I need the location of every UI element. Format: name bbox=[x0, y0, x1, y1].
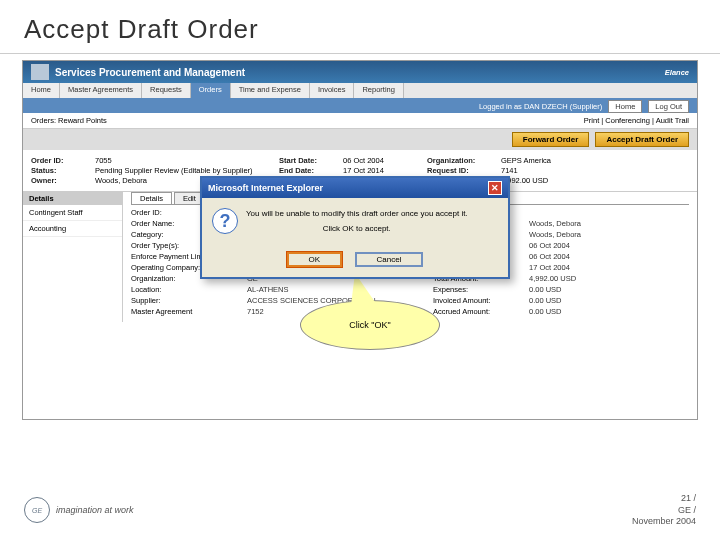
confirm-dialog: Microsoft Internet Explorer ✕ ? You will… bbox=[200, 176, 510, 279]
detail-value: 0.00 USD bbox=[529, 285, 629, 294]
footer-tagline: imagination at work bbox=[56, 505, 134, 515]
slide-title: Accept Draft Order bbox=[0, 0, 720, 54]
request-id-value: 7141 bbox=[501, 166, 581, 175]
detail-value: AL-ATHENS bbox=[247, 285, 427, 294]
order-id-label: Order ID: bbox=[31, 156, 91, 165]
app-logo-icon bbox=[31, 64, 49, 80]
tab-invoices[interactable]: Invoices bbox=[310, 83, 355, 98]
detail-value: 06 Oct 2004 bbox=[529, 252, 629, 261]
brand-label: Elance bbox=[665, 68, 689, 77]
dialog-title-text: Microsoft Internet Explorer bbox=[208, 183, 323, 193]
accept-draft-order-button[interactable]: Accept Draft Order bbox=[595, 132, 689, 147]
request-id-label: Request ID: bbox=[427, 166, 497, 175]
breadcrumb-path: Orders: Reward Points bbox=[31, 116, 107, 125]
organization-value: GEPS America bbox=[501, 156, 581, 165]
detail-label: Supplier: bbox=[131, 296, 241, 305]
tab-reporting[interactable]: Reporting bbox=[354, 83, 404, 98]
dialog-message-1: You will be unable to modify this draft … bbox=[246, 208, 468, 219]
breadcrumb: Orders: Reward Points Print | Conferenci… bbox=[23, 113, 697, 129]
detail-label: Expenses: bbox=[433, 285, 523, 294]
page-number: 21 / bbox=[632, 493, 696, 505]
tab-master-agreements[interactable]: Master Agreements bbox=[60, 83, 142, 98]
sidebar: Details Contingent Staff Accounting bbox=[23, 192, 123, 322]
end-date-label: End Date: bbox=[279, 166, 339, 175]
ge-logo-icon: GE bbox=[24, 497, 50, 523]
detail-value: Woods, Debora bbox=[529, 219, 629, 228]
login-bar: Logged in as DAN DZECH (Supplier) Home L… bbox=[23, 99, 697, 113]
start-date-label: Start Date: bbox=[279, 156, 339, 165]
tab-time-expense[interactable]: Time and Expense bbox=[231, 83, 310, 98]
detail-value: 17 Oct 2004 bbox=[529, 263, 629, 272]
forward-order-button[interactable]: Forward Order bbox=[512, 132, 590, 147]
panel-tab-details[interactable]: Details bbox=[131, 192, 172, 204]
dialog-message-2: Click OK to accept. bbox=[246, 223, 468, 234]
status-value: Pending Supplier Review (Editable by Sup… bbox=[95, 166, 275, 175]
page-actions-links[interactable]: Print | Conferencing | Audit Trail bbox=[584, 116, 689, 125]
slide-footer: GE imagination at work 21 / GE / Novembe… bbox=[24, 493, 696, 528]
start-date-value: 06 Oct 2004 bbox=[343, 156, 423, 165]
status-label: Status: bbox=[31, 166, 91, 175]
app-title: Services Procurement and Management bbox=[55, 67, 665, 78]
callout-text: Click "OK" bbox=[349, 320, 390, 330]
sidebar-item-contingent-staff[interactable]: Contingent Staff bbox=[23, 205, 122, 221]
sidebar-item-accounting[interactable]: Accounting bbox=[23, 221, 122, 237]
detail-value: 0.00 USD bbox=[529, 307, 629, 316]
tab-requests[interactable]: Requests bbox=[142, 83, 191, 98]
cancel-button[interactable]: Cancel bbox=[355, 252, 424, 267]
detail-value: 0.00 USD bbox=[529, 296, 629, 305]
organization-label: Organization: bbox=[427, 156, 497, 165]
app-header: Services Procurement and Management Elan… bbox=[23, 61, 697, 83]
detail-label: Accrued Amount: bbox=[433, 307, 523, 316]
question-icon: ? bbox=[212, 208, 238, 234]
detail-label: Master Agreement bbox=[131, 307, 241, 316]
dialog-titlebar[interactable]: Microsoft Internet Explorer ✕ bbox=[202, 178, 508, 198]
tab-orders[interactable]: Orders bbox=[191, 83, 231, 98]
owner-label: Owner: bbox=[31, 176, 91, 185]
tab-home[interactable]: Home bbox=[23, 83, 60, 98]
total-amount-value: 4,992.00 USD bbox=[501, 176, 581, 185]
nav-tabs: Home Master Agreements Requests Orders T… bbox=[23, 83, 697, 99]
detail-label: Location: bbox=[131, 285, 241, 294]
detail-value: 06 Oct 2004 bbox=[529, 241, 629, 250]
action-bar: Forward Order Accept Draft Order bbox=[23, 129, 697, 150]
footer-org: GE / bbox=[632, 505, 696, 517]
detail-value: Woods, Debora bbox=[529, 230, 629, 239]
home-button[interactable]: Home bbox=[608, 100, 642, 113]
detail-value: 4,992.00 USD bbox=[529, 274, 629, 283]
ok-button[interactable]: OK bbox=[287, 252, 343, 267]
logged-in-text: Logged in as DAN DZECH (Supplier) bbox=[479, 102, 602, 111]
close-icon[interactable]: ✕ bbox=[488, 181, 502, 195]
order-id-value: 7055 bbox=[95, 156, 275, 165]
detail-label: Invoiced Amount: bbox=[433, 296, 523, 305]
instruction-callout: Click "OK" bbox=[300, 300, 440, 350]
footer-date: November 2004 bbox=[632, 516, 696, 528]
sidebar-header: Details bbox=[23, 192, 122, 205]
end-date-value: 17 Oct 2014 bbox=[343, 166, 423, 175]
logout-button[interactable]: Log Out bbox=[648, 100, 689, 113]
detail-value bbox=[529, 208, 629, 217]
